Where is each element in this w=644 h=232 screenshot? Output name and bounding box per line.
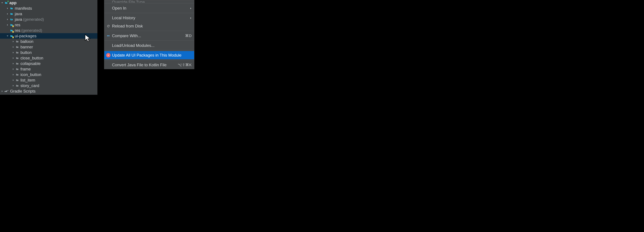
menu-separator — [104, 60, 194, 60]
resource-folder-icon — [10, 23, 14, 27]
chevron-right-icon — [190, 15, 192, 20]
chevron-right-icon — [12, 79, 14, 81]
menu-label: Compare With... — [112, 33, 185, 38]
chevron-right-icon — [12, 62, 14, 65]
folder-icon — [16, 40, 19, 43]
chevron-right-icon — [6, 13, 9, 15]
menu-label: Local History — [112, 15, 190, 20]
tree-label: button — [20, 50, 32, 55]
menu-separator — [104, 40, 194, 41]
menu-item-compare-with[interactable]: Compare With... ⌘D — [104, 32, 194, 40]
resource-folder-icon — [10, 29, 14, 32]
relay-icon — [106, 53, 111, 58]
tree-item-res[interactable]: res — [0, 22, 98, 28]
menu-item-reload-from-disk[interactable]: Reload from Disk — [104, 22, 194, 30]
tree-label: Gradle Scripts — [10, 89, 36, 94]
tree-item-collapsable[interactable]: collapsable — [0, 61, 98, 66]
menu-item-override-file-type[interactable]: Override File Type — [104, 0, 194, 2]
tree-item-button[interactable]: button — [0, 50, 98, 55]
tree-label: close_button — [20, 56, 43, 60]
tree-item-balloon[interactable]: balloon — [0, 39, 98, 44]
tree-item-ui-packages[interactable]: ui-packages — [0, 33, 98, 39]
compare-icon — [106, 33, 111, 38]
menu-separator — [104, 50, 194, 50]
tree-label: java — [15, 11, 22, 16]
folder-icon — [16, 62, 19, 65]
menu-label: Update All UI Packages in This Module — [112, 53, 192, 58]
chevron-right-icon — [6, 18, 9, 21]
chevron-right-icon — [6, 7, 9, 9]
context-menu: Override File Type Open In Local History… — [104, 0, 194, 69]
tree-item-res-generated[interactable]: res (generated) — [0, 28, 98, 33]
folder-icon — [10, 6, 14, 10]
folder-icon — [16, 73, 19, 77]
menu-item-load-unload-modules[interactable]: Load/Unload Modules... — [104, 41, 194, 50]
folder-icon — [16, 84, 19, 88]
menu-item-local-history[interactable]: Local History — [104, 14, 194, 22]
chevron-right-icon — [12, 51, 14, 54]
chevron-down-icon — [6, 35, 9, 37]
tree-item-manifests[interactable]: manifests — [0, 5, 98, 11]
tree-label: app — [10, 0, 16, 5]
menu-label: Reload from Disk — [112, 24, 192, 28]
tree-item-banner[interactable]: banner — [0, 44, 98, 50]
chevron-right-icon — [190, 6, 192, 10]
chevron-right-icon — [12, 74, 14, 76]
menu-shortcut: ⌘D — [185, 34, 192, 38]
tree-label: balloon — [20, 39, 33, 44]
resource-folder-icon — [10, 34, 14, 38]
menu-item-convert-kotlin[interactable]: Convert Java File to Kotlin File ⌥⇧⌘K — [104, 61, 194, 69]
generated-folder-icon — [10, 17, 14, 21]
reload-icon — [106, 24, 111, 28]
tree-label: story_card — [20, 83, 39, 88]
tree-label: manifests — [15, 6, 32, 11]
folder-icon — [10, 12, 14, 16]
menu-label: Load/Unload Modules... — [112, 43, 192, 48]
chevron-right-icon — [1, 90, 3, 92]
menu-shortcut: ⌥⇧⌘K — [178, 63, 192, 67]
tree-label: icon_button — [20, 72, 41, 77]
tree-label: frame — [20, 67, 31, 72]
menu-label: Open In — [112, 6, 190, 10]
chevron-right-icon — [12, 68, 14, 70]
menu-label: Override File Type — [112, 0, 192, 2]
tree-item-frame[interactable]: frame — [0, 66, 98, 72]
tree-label: list_item — [20, 78, 35, 83]
folder-icon — [16, 67, 19, 71]
chevron-right-icon — [12, 57, 14, 59]
tree-item-list-item[interactable]: list_item — [0, 77, 98, 83]
module-folder-icon — [4, 1, 8, 5]
tree-item-icon-button[interactable]: icon_button — [0, 72, 98, 77]
folder-icon — [16, 45, 19, 49]
project-tree-panel: app manifests java java (generated) — [0, 0, 98, 95]
menu-item-open-in[interactable]: Open In — [104, 4, 194, 12]
tree-label: collapsable — [20, 61, 40, 66]
tree-item-java[interactable]: java — [0, 11, 98, 16]
chevron-right-icon — [12, 46, 14, 48]
tree-label-suffix: (generated) — [21, 28, 42, 33]
folder-icon — [16, 51, 19, 54]
folder-icon — [16, 78, 19, 82]
tree-label: java — [15, 17, 22, 22]
chevron-right-icon — [6, 24, 9, 26]
chevron-right-icon — [12, 40, 14, 43]
menu-item-update-ui-packages[interactable]: Update All UI Packages in This Module — [104, 51, 194, 59]
tree-item-gradle-scripts[interactable]: Gradle Scripts — [0, 88, 98, 94]
tree-label: ui-packages — [15, 34, 36, 38]
chevron-down-icon — [1, 2, 3, 4]
tree-label: res — [15, 23, 20, 27]
tree-label: res — [15, 28, 20, 33]
menu-label: Convert Java File to Kotlin File — [112, 63, 178, 67]
gradle-icon — [4, 89, 9, 93]
tree-item-app[interactable]: app — [0, 0, 98, 5]
folder-icon — [16, 56, 19, 60]
menu-separator — [104, 31, 194, 31]
tree-item-close-button[interactable]: close_button — [0, 55, 98, 61]
tree-label: banner — [20, 45, 33, 49]
tree-item-java-generated[interactable]: java (generated) — [0, 16, 98, 22]
chevron-right-icon — [12, 85, 14, 87]
tree-label-suffix: (generated) — [23, 17, 44, 22]
tree-item-story-card[interactable]: story_card — [0, 83, 98, 88]
